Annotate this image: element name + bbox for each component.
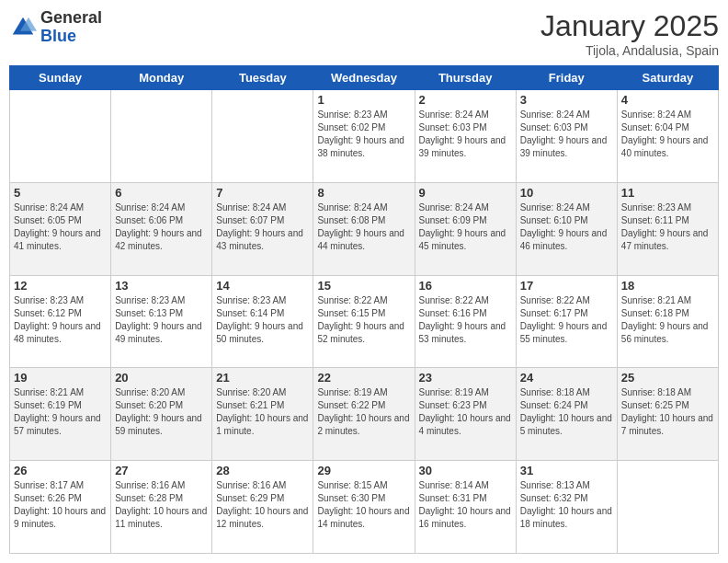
day-info: Sunrise: 8:19 AM Sunset: 6:22 PM Dayligh…	[317, 386, 410, 438]
day-number: 21	[216, 371, 309, 385]
day-info: Sunrise: 8:22 AM Sunset: 6:16 PM Dayligh…	[419, 294, 512, 346]
day-number: 11	[621, 186, 714, 200]
day-header-tuesday: Tuesday	[212, 66, 313, 90]
calendar-cell: 15Sunrise: 8:22 AM Sunset: 6:15 PM Dayli…	[313, 275, 415, 368]
day-number: 31	[520, 464, 613, 477]
day-info: Sunrise: 8:24 AM Sunset: 6:06 PM Dayligh…	[115, 201, 208, 253]
week-row-0: 1Sunrise: 8:23 AM Sunset: 6:02 PM Daylig…	[10, 90, 719, 183]
header: General Blue January 2025 Tijola, Andalu…	[9, 9, 719, 58]
calendar-cell: 1Sunrise: 8:23 AM Sunset: 6:02 PM Daylig…	[313, 90, 415, 183]
calendar-cell: 23Sunrise: 8:19 AM Sunset: 6:23 PM Dayli…	[415, 368, 516, 461]
day-info: Sunrise: 8:23 AM Sunset: 6:14 PM Dayligh…	[216, 294, 309, 346]
day-number: 20	[115, 371, 208, 385]
day-number: 24	[520, 371, 613, 385]
page: General Blue January 2025 Tijola, Andalu…	[0, 0, 728, 563]
calendar-cell: 24Sunrise: 8:18 AM Sunset: 6:24 PM Dayli…	[516, 368, 617, 461]
calendar-cell: 9Sunrise: 8:24 AM Sunset: 6:09 PM Daylig…	[415, 182, 516, 275]
day-number: 30	[419, 464, 512, 477]
day-info: Sunrise: 8:24 AM Sunset: 6:08 PM Dayligh…	[317, 201, 410, 253]
day-number: 26	[14, 464, 107, 477]
day-number: 23	[419, 371, 512, 385]
day-info: Sunrise: 8:21 AM Sunset: 6:18 PM Dayligh…	[621, 294, 714, 346]
calendar-cell	[212, 90, 313, 183]
day-number: 12	[14, 279, 107, 293]
day-number: 22	[317, 371, 410, 385]
calendar-cell: 26Sunrise: 8:17 AM Sunset: 6:26 PM Dayli…	[10, 461, 111, 554]
day-number: 2	[419, 93, 512, 107]
day-number: 18	[621, 279, 714, 293]
day-number: 3	[520, 93, 613, 107]
day-info: Sunrise: 8:24 AM Sunset: 6:07 PM Dayligh…	[216, 201, 309, 253]
day-info: Sunrise: 8:24 AM Sunset: 6:04 PM Dayligh…	[621, 109, 714, 160]
logo-blue: Blue	[40, 28, 102, 46]
day-info: Sunrise: 8:24 AM Sunset: 6:09 PM Dayligh…	[419, 201, 512, 253]
calendar-cell	[10, 90, 111, 183]
day-number: 15	[317, 279, 410, 293]
logo: General Blue	[9, 9, 102, 46]
day-info: Sunrise: 8:22 AM Sunset: 6:15 PM Dayligh…	[317, 294, 410, 346]
day-header-monday: Monday	[111, 66, 212, 90]
week-row-3: 19Sunrise: 8:21 AM Sunset: 6:19 PM Dayli…	[10, 368, 719, 461]
day-info: Sunrise: 8:18 AM Sunset: 6:25 PM Dayligh…	[621, 386, 714, 438]
day-info: Sunrise: 8:16 AM Sunset: 6:29 PM Dayligh…	[216, 479, 309, 531]
day-number: 10	[520, 186, 613, 200]
day-number: 5	[14, 186, 107, 200]
calendar-cell: 17Sunrise: 8:22 AM Sunset: 6:17 PM Dayli…	[516, 275, 617, 368]
calendar-cell: 14Sunrise: 8:23 AM Sunset: 6:14 PM Dayli…	[212, 275, 313, 368]
day-info: Sunrise: 8:23 AM Sunset: 6:13 PM Dayligh…	[115, 294, 208, 346]
location: Tijola, Andalusia, Spain	[540, 43, 719, 58]
day-header-friday: Friday	[516, 66, 617, 90]
days-header-row: SundayMondayTuesdayWednesdayThursdayFrid…	[10, 66, 719, 90]
day-info: Sunrise: 8:20 AM Sunset: 6:21 PM Dayligh…	[216, 386, 309, 438]
day-info: Sunrise: 8:13 AM Sunset: 6:32 PM Dayligh…	[520, 479, 613, 531]
day-info: Sunrise: 8:16 AM Sunset: 6:28 PM Dayligh…	[115, 479, 208, 531]
day-number: 28	[216, 464, 309, 477]
calendar-cell: 10Sunrise: 8:24 AM Sunset: 6:10 PM Dayli…	[516, 182, 617, 275]
day-info: Sunrise: 8:24 AM Sunset: 6:10 PM Dayligh…	[520, 201, 613, 253]
calendar-cell: 20Sunrise: 8:20 AM Sunset: 6:20 PM Dayli…	[111, 368, 212, 461]
day-number: 27	[115, 464, 208, 477]
calendar-cell: 25Sunrise: 8:18 AM Sunset: 6:25 PM Dayli…	[617, 368, 718, 461]
day-number: 7	[216, 186, 309, 200]
day-number: 1	[317, 93, 410, 107]
day-info: Sunrise: 8:24 AM Sunset: 6:03 PM Dayligh…	[520, 109, 613, 160]
day-info: Sunrise: 8:23 AM Sunset: 6:02 PM Dayligh…	[317, 109, 410, 160]
day-number: 14	[216, 279, 309, 293]
day-number: 4	[621, 93, 714, 107]
day-info: Sunrise: 8:19 AM Sunset: 6:23 PM Dayligh…	[419, 386, 512, 438]
day-number: 8	[317, 186, 410, 200]
calendar-cell: 8Sunrise: 8:24 AM Sunset: 6:08 PM Daylig…	[313, 182, 415, 275]
day-info: Sunrise: 8:23 AM Sunset: 6:11 PM Dayligh…	[621, 201, 714, 253]
calendar-cell: 13Sunrise: 8:23 AM Sunset: 6:13 PM Dayli…	[111, 275, 212, 368]
day-header-thursday: Thursday	[415, 66, 516, 90]
day-header-wednesday: Wednesday	[313, 66, 415, 90]
calendar-cell: 16Sunrise: 8:22 AM Sunset: 6:16 PM Dayli…	[415, 275, 516, 368]
day-info: Sunrise: 8:24 AM Sunset: 6:05 PM Dayligh…	[14, 201, 107, 253]
calendar-cell: 18Sunrise: 8:21 AM Sunset: 6:18 PM Dayli…	[617, 275, 718, 368]
week-row-2: 12Sunrise: 8:23 AM Sunset: 6:12 PM Dayli…	[10, 275, 719, 368]
day-info: Sunrise: 8:18 AM Sunset: 6:24 PM Dayligh…	[520, 386, 613, 438]
logo-text: General Blue	[40, 9, 102, 46]
day-info: Sunrise: 8:24 AM Sunset: 6:03 PM Dayligh…	[419, 109, 512, 160]
day-info: Sunrise: 8:23 AM Sunset: 6:12 PM Dayligh…	[14, 294, 107, 346]
day-header-sunday: Sunday	[10, 66, 111, 90]
day-header-saturday: Saturday	[617, 66, 718, 90]
calendar-cell: 31Sunrise: 8:13 AM Sunset: 6:32 PM Dayli…	[516, 461, 617, 554]
day-number: 6	[115, 186, 208, 200]
title-area: January 2025 Tijola, Andalusia, Spain	[540, 9, 719, 58]
calendar-cell: 27Sunrise: 8:16 AM Sunset: 6:28 PM Dayli…	[111, 461, 212, 554]
calendar-cell: 11Sunrise: 8:23 AM Sunset: 6:11 PM Dayli…	[617, 182, 718, 275]
month-title: January 2025	[540, 9, 719, 43]
calendar-cell: 28Sunrise: 8:16 AM Sunset: 6:29 PM Dayli…	[212, 461, 313, 554]
calendar-cell: 29Sunrise: 8:15 AM Sunset: 6:30 PM Dayli…	[313, 461, 415, 554]
calendar-cell: 2Sunrise: 8:24 AM Sunset: 6:03 PM Daylig…	[415, 90, 516, 183]
day-info: Sunrise: 8:15 AM Sunset: 6:30 PM Dayligh…	[317, 479, 410, 531]
day-info: Sunrise: 8:20 AM Sunset: 6:20 PM Dayligh…	[115, 386, 208, 438]
day-number: 25	[621, 371, 714, 385]
logo-icon	[9, 14, 37, 41]
logo-general: General	[40, 9, 102, 28]
day-number: 19	[14, 371, 107, 385]
calendar-cell: 7Sunrise: 8:24 AM Sunset: 6:07 PM Daylig…	[212, 182, 313, 275]
day-number: 16	[419, 279, 512, 293]
day-number: 29	[317, 464, 410, 477]
